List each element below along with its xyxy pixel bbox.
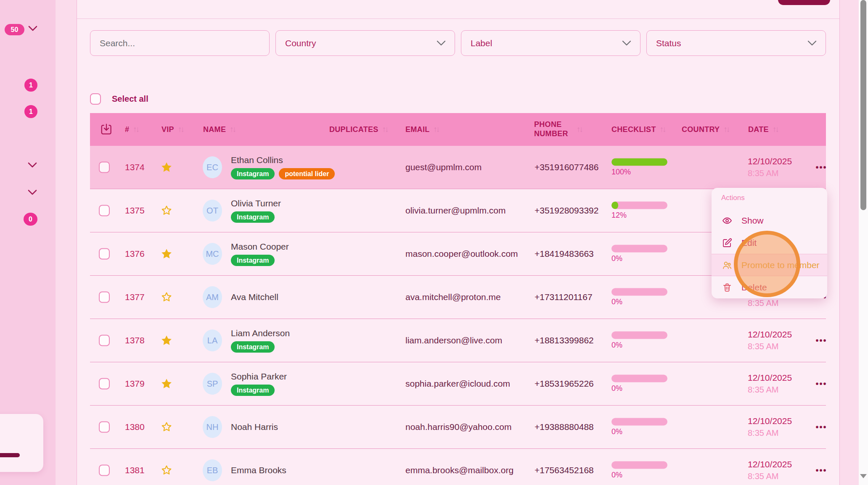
row-time: 8:35 AM	[748, 428, 792, 438]
column-header[interactable]: EMAIL ↑↓	[405, 113, 440, 146]
status-filter-select[interactable]: Status	[646, 30, 826, 56]
column-header-label: DATE	[748, 125, 769, 134]
menu-item-edit[interactable]: Edit	[712, 232, 827, 254]
sort-icon[interactable]: ↑↓	[660, 125, 667, 134]
sort-icon[interactable]: ↑↓	[133, 125, 140, 134]
row-actions-button ellipsis-icon[interactable]: •••	[812, 379, 831, 389]
context-menu-title: Actions	[712, 188, 827, 209]
table-row[interactable]: 1378 LA Liam Anderson Instagram liam.and…	[90, 319, 826, 362]
sort-icon[interactable]: ↑↓	[434, 125, 440, 134]
row-actions-button ellipsis-icon[interactable]: •••	[812, 466, 831, 475]
date-cell: 12/10/2025 8:35 AM	[748, 416, 792, 438]
contact-email: olivia.turner@upmlm.com	[405, 206, 505, 216]
column-header[interactable]: DUPLICATES ↑↓	[329, 113, 389, 146]
checklist-cell: 12%	[611, 202, 667, 220]
row-checkbox[interactable]	[99, 335, 110, 346]
export-icon[interactable]	[100, 123, 113, 137]
progress-percent: 0%	[611, 254, 667, 263]
sort-icon[interactable]: ↑↓	[382, 125, 389, 134]
column-header[interactable]: NAME ↑↓	[203, 113, 236, 146]
star-icon[interactable]	[160, 161, 173, 174]
table-row[interactable]: 1379 SP Sophia Parker Instagram sophia.p…	[90, 362, 826, 406]
contact-name: Liam Anderson	[231, 328, 290, 338]
avatar: LA	[203, 329, 222, 351]
users-icon	[722, 260, 732, 270]
star-icon[interactable]	[160, 421, 173, 433]
progress-bar	[611, 332, 667, 339]
star-icon[interactable]	[160, 377, 173, 390]
row-actions-button ellipsis-icon[interactable]: •••	[812, 336, 831, 345]
column-header[interactable]: CHECKLIST ↑↓	[611, 113, 667, 146]
column-header[interactable]: VIP ↑↓	[161, 113, 185, 146]
star-icon[interactable]	[160, 334, 173, 347]
menu-item-show[interactable]: Show	[712, 209, 827, 232]
scrollbar-down-arrow[interactable]	[860, 474, 867, 478]
star-icon[interactable]	[160, 204, 173, 217]
date-cell: 12/10/2025 8:35 AM	[748, 459, 792, 481]
contact-phone: +17563452168	[535, 465, 594, 475]
table-row[interactable]: 1374 EC Ethan Collins Instagrampotential…	[90, 146, 826, 189]
trash-icon	[722, 282, 732, 293]
filter-bar: Country Label Status	[90, 30, 826, 56]
divider	[77, 18, 839, 19]
column-header[interactable]: COUNTRY ↑↓	[682, 113, 730, 146]
search-input[interactable]	[100, 38, 260, 48]
row-checkbox[interactable]	[99, 248, 110, 260]
row-checkbox[interactable]	[99, 205, 110, 216]
sidebar-count-badge[interactable]: 1	[24, 79, 37, 92]
sort-icon[interactable]: ↑↓	[773, 125, 779, 134]
chevron-down-icon[interactable]	[28, 162, 37, 169]
star-icon[interactable]	[160, 464, 173, 477]
row-id: 1378	[125, 335, 145, 345]
tag-list: Instagram	[231, 211, 281, 223]
date-cell: 12/10/2025 8:35 AM	[748, 156, 792, 178]
name-cell: Ethan Collins Instagrampotential lider	[231, 155, 335, 179]
sidebar-count-badge[interactable]: 0	[24, 213, 37, 226]
sort-icon[interactable]: ↑↓	[178, 125, 185, 134]
column-header[interactable]: PHONE NUMBER ↑↓	[534, 113, 583, 146]
scrollbar-track[interactable]	[859, 0, 868, 485]
progress-percent: 0%	[611, 298, 667, 306]
select-all-checkbox[interactable]	[90, 93, 101, 105]
contact-email: mason.cooper@outlook.com	[405, 249, 518, 259]
sort-icon[interactable]: ↑↓	[577, 125, 583, 134]
row-checkbox[interactable]	[99, 465, 110, 476]
column-header[interactable]: # ↑↓	[125, 113, 140, 146]
select-all-label: Select all	[112, 94, 148, 104]
sidebar-count-badge[interactable]: 1	[24, 105, 37, 118]
row-time: 8:35 AM	[748, 472, 792, 481]
row-checkbox[interactable]	[99, 422, 110, 433]
row-actions-button ellipsis-icon[interactable]: •••	[812, 422, 831, 432]
name-cell: Mason Cooper Instagram	[231, 242, 289, 266]
menu-item-delete[interactable]: Delete	[712, 276, 827, 298]
table-row[interactable]: 1380 NH Noah Harris noah.harris90@yahoo.…	[90, 406, 826, 449]
row-checkbox[interactable]	[99, 162, 110, 173]
sort-icon[interactable]: ↑↓	[723, 125, 730, 134]
chevron-down-icon[interactable]	[28, 189, 37, 196]
tag-list: Instagram	[231, 385, 287, 396]
row-id: 1376	[125, 249, 145, 259]
sort-icon[interactable]: ↑↓	[230, 125, 236, 134]
sidebar-count-badge[interactable]: 50	[5, 24, 24, 35]
tag-badge: potential lider	[279, 168, 335, 179]
scrollbar-thumb[interactable]	[860, 0, 866, 210]
label-filter-select[interactable]: Label	[461, 30, 640, 56]
contacts-table: # ↑↓ VIP ↑↓ NAME ↑↓ DUPLICATES ↑↓ EMAIL …	[90, 113, 826, 485]
name-cell: Liam Anderson Instagram	[231, 328, 290, 353]
row-actions-button ellipsis-icon[interactable]: •••	[812, 163, 831, 172]
column-header[interactable]: DATE ↑↓	[748, 113, 779, 146]
column-header-label: COUNTRY	[682, 125, 720, 134]
row-checkbox[interactable]	[99, 292, 110, 303]
row-date: 12/10/2025	[748, 373, 792, 383]
star-icon[interactable]	[160, 291, 173, 303]
country-filter-select[interactable]: Country	[275, 30, 455, 56]
star-icon[interactable]	[160, 248, 173, 260]
table-header: # ↑↓ VIP ↑↓ NAME ↑↓ DUPLICATES ↑↓ EMAIL …	[90, 113, 826, 146]
chevron-down-icon[interactable]	[28, 25, 37, 32]
menu-item-promote-to-member[interactable]: Promote to member	[712, 254, 827, 276]
search-field[interactable]	[90, 30, 270, 56]
primary-action-button[interactable]	[778, 0, 830, 5]
contact-name: Ava Mitchell	[231, 292, 278, 302]
table-row[interactable]: 1381 EB Emma Brooks emma.brooks@mailbox.…	[90, 449, 826, 485]
row-checkbox[interactable]	[99, 378, 110, 390]
